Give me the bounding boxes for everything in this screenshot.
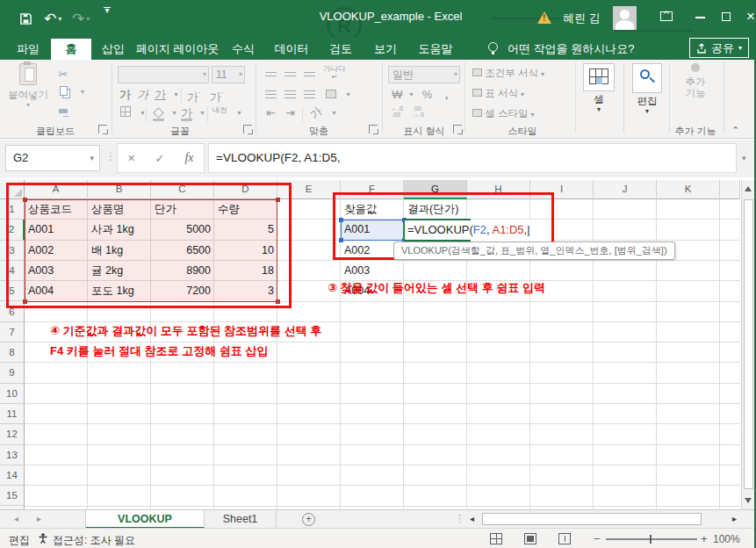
minimize-button[interactable]: [690, 9, 709, 26]
borders-caret[interactable]: ▾: [135, 105, 150, 122]
row-header-12[interactable]: 12: [0, 424, 25, 444]
ribbon-display-options-icon[interactable]: [657, 9, 676, 26]
tab-help[interactable]: 도움말: [407, 39, 464, 60]
col-header-L[interactable]: [720, 180, 740, 199]
namebox-resize-handle[interactable]: ⋮: [105, 150, 116, 162]
redo-button[interactable]: ↷▾: [72, 7, 90, 30]
tell-me-search[interactable]: 어떤 작업을 원하시나요?: [508, 39, 648, 60]
font-dialog-launcher-icon[interactable]: [243, 125, 252, 133]
next-sheet-icon[interactable]: ▸: [37, 514, 41, 523]
align-right-button[interactable]: [302, 87, 317, 104]
tab-home[interactable]: 홈: [51, 39, 91, 60]
shrink-font-button[interactable]: 가ˇ: [209, 87, 224, 104]
editing-button[interactable]: 편집▾: [626, 63, 668, 121]
tab-formulas[interactable]: 수식: [221, 39, 265, 60]
vertical-scrollbar[interactable]: [741, 180, 755, 509]
orientation-caret[interactable]: ▾: [327, 105, 342, 122]
vertical-scroll-thumb[interactable]: [744, 199, 753, 489]
orientation-button[interactable]: 가: [306, 103, 328, 125]
sheet-tab-sheet1[interactable]: Sheet1: [205, 510, 277, 529]
tab-view[interactable]: 보기: [364, 39, 407, 60]
cells-button[interactable]: 셀▾: [578, 63, 620, 121]
sheet-tab-vlookup-example[interactable]: VLOOKUP Example: [85, 510, 205, 529]
tab-data[interactable]: 데이터: [265, 39, 318, 60]
row-header-14[interactable]: 14: [0, 465, 25, 486]
hscroll-right-icon[interactable]: ▸: [732, 514, 737, 523]
phonetic-button[interactable]: 내천: [212, 105, 227, 122]
col-header-K[interactable]: K: [657, 180, 720, 199]
decrease-decimal-button[interactable]: .00→.0: [411, 105, 426, 122]
row-header-7[interactable]: 7: [0, 322, 25, 342]
conditional-formatting-button[interactable]: 조건부 서식 ▾: [472, 65, 569, 82]
format-as-table-button[interactable]: 표 서식 ▾: [472, 85, 569, 102]
name-box[interactable]: G2▾: [5, 145, 100, 171]
number-format-combo[interactable]: 일반▾: [388, 66, 460, 83]
zoom-out-icon[interactable]: −: [594, 532, 601, 545]
merge-center-caret[interactable]: ▾: [341, 87, 356, 104]
merge-center-button[interactable]: [323, 87, 338, 104]
normal-view-icon[interactable]: [490, 533, 502, 544]
fill-color-button[interactable]: [151, 105, 166, 122]
cut-icon[interactable]: ✂: [54, 67, 72, 83]
zoom-slider[interactable]: [606, 538, 697, 540]
enter-formula-icon[interactable]: ✓: [155, 152, 165, 165]
row-header-15[interactable]: 15: [0, 486, 25, 506]
font-size-combo[interactable]: 11▾: [212, 66, 245, 83]
tab-page-layout[interactable]: 페이지 레이아웃: [133, 39, 221, 60]
user-name[interactable]: 혜린 김: [563, 11, 601, 26]
percent-style-button[interactable]: %: [420, 87, 435, 104]
align-center-button[interactable]: [283, 87, 298, 104]
paste-options-caret[interactable]: ▾: [74, 84, 91, 100]
font-color-button[interactable]: 가: [179, 105, 194, 122]
tab-insert[interactable]: 삽입: [93, 39, 133, 60]
horizontal-scroll-thumb[interactable]: [482, 513, 702, 525]
col-header-J[interactable]: J: [594, 180, 657, 199]
copy-icon[interactable]: [54, 84, 72, 100]
tab-file[interactable]: 파일: [7, 39, 49, 60]
accessibility-status[interactable]: 접근성: 조사 필요: [53, 533, 135, 548]
align-top-button[interactable]: [263, 67, 278, 83]
increase-indent-button[interactable]: ⇥: [283, 105, 298, 122]
clipboard-dialog-launcher-icon[interactable]: [98, 125, 107, 133]
align-left-button[interactable]: [263, 87, 278, 104]
undo-button[interactable]: ↶▾: [44, 7, 61, 30]
align-bottom-button[interactable]: [302, 67, 317, 83]
avatar[interactable]: [613, 6, 637, 30]
italic-button[interactable]: 가: [135, 87, 150, 104]
page-layout-view-icon[interactable]: [524, 533, 536, 544]
format-painter-icon[interactable]: [54, 102, 72, 118]
accounting-format-button[interactable]: ₩: [390, 87, 405, 104]
grow-font-button[interactable]: 가ˆ: [186, 87, 201, 104]
number-dialog-launcher-icon[interactable]: [453, 125, 462, 133]
tab-review[interactable]: 검토: [318, 39, 364, 60]
expand-formula-bar-icon[interactable]: ▾: [742, 154, 746, 162]
alignment-dialog-launcher-icon[interactable]: [369, 125, 378, 133]
worksheet-grid[interactable]: ABCDEFGHIJK12345678910111213141516 상품코드상…: [0, 177, 756, 509]
bold-button[interactable]: 가: [118, 87, 133, 104]
font-name-combo[interactable]: ▾: [118, 66, 209, 83]
comma-style-button[interactable]: ,: [439, 87, 454, 104]
scroll-up-icon[interactable]: [745, 186, 752, 191]
cancel-formula-icon[interactable]: ×: [127, 151, 134, 165]
formula-input[interactable]: =VLOOKUP(F2, A1:D5,: [208, 143, 737, 173]
insert-function-icon[interactable]: fx: [184, 151, 193, 165]
hscroll-left-icon[interactable]: ◂: [470, 514, 474, 523]
row-header-8[interactable]: 8: [0, 342, 25, 363]
add-ins-button[interactable]: 추가기능: [674, 63, 716, 121]
zoom-in-icon[interactable]: +: [701, 532, 708, 545]
scroll-down-icon[interactable]: [745, 498, 752, 503]
increase-decimal-button[interactable]: ←.0.00: [390, 105, 405, 122]
row-header-13[interactable]: 13: [0, 445, 25, 465]
new-sheet-icon[interactable]: +: [302, 513, 315, 526]
collapse-ribbon-icon[interactable]: ⌃: [731, 125, 739, 136]
prev-sheet-icon[interactable]: ◂: [14, 514, 18, 523]
align-middle-button[interactable]: [283, 67, 298, 83]
underline-button[interactable]: 가: [153, 87, 168, 104]
tabbar-resize-handle[interactable]: ⋮: [455, 513, 464, 524]
page-break-view-icon[interactable]: [558, 533, 571, 544]
warning-icon[interactable]: !: [537, 11, 551, 24]
row-header-10[interactable]: 10: [0, 384, 25, 404]
phonetic-caret[interactable]: ▾: [232, 105, 247, 122]
save-icon[interactable]: [19, 7, 32, 30]
row-header-11[interactable]: 11: [0, 404, 25, 424]
